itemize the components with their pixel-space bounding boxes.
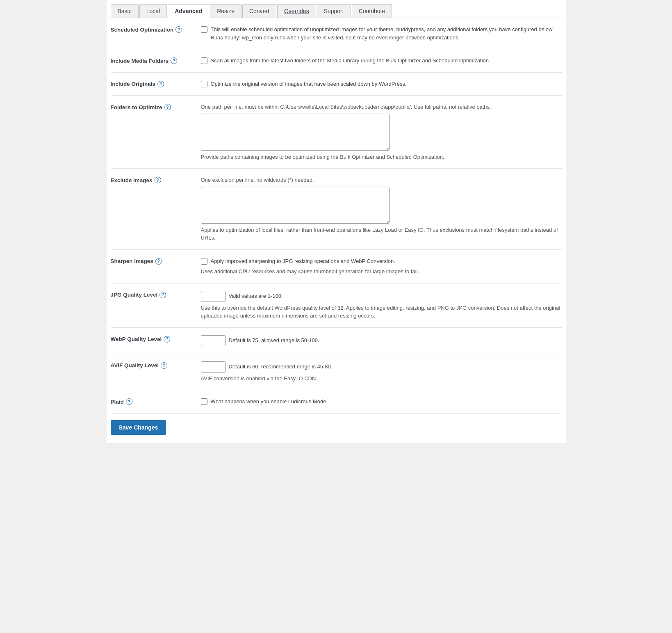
label-include-media-folders: Include Media Folders ? <box>111 57 201 64</box>
sub-desc-sharpen-images: Uses additional CPU resources and may ca… <box>201 267 562 276</box>
textarea-folders-to-optimize[interactable] <box>201 114 390 151</box>
content-include-media-folders: Scan all images from the latest two fold… <box>201 57 562 65</box>
content-jpg-quality-level: Valid values are 1-100. Use this to over… <box>201 291 562 320</box>
save-button[interactable]: Save Changes <box>111 420 166 435</box>
content-avif-quality-level: Default is 60, recommended range is 45-8… <box>201 361 562 383</box>
row-include-media-folders: Include Media Folders ? Scan all images … <box>111 49 562 73</box>
hint-jpg-quality-level: Valid values are 1-100. <box>229 292 283 300</box>
desc-sharpen-images: Apply improved sharpening to JPG resizin… <box>211 257 395 265</box>
row-include-originals: Include Originals ? Optimize the origina… <box>111 73 562 96</box>
content-plaid: What happens when you enable Ludicrous M… <box>201 398 562 406</box>
checkbox-wrap-plaid: What happens when you enable Ludicrous M… <box>201 398 562 406</box>
label-sharpen-images: Sharpen Images ? <box>111 257 201 265</box>
checkbox-plaid[interactable] <box>201 398 207 405</box>
desc-jpg-quality-level: Use this to override the default WordPre… <box>201 304 562 320</box>
label-plaid: Plaid ? <box>111 398 201 405</box>
input-webp-quality-level[interactable] <box>201 335 226 346</box>
checkbox-sharpen-images[interactable] <box>201 258 207 265</box>
hint-avif-quality-level: Default is 60, recommended range is 45-8… <box>229 363 333 371</box>
desc-scheduled-optimization: This will enable scheduled optimization … <box>211 25 562 41</box>
row-sharpen-images: Sharpen Images ? Apply improved sharpeni… <box>111 250 562 283</box>
checkbox-include-media-folders[interactable] <box>201 57 207 64</box>
row-folders-to-optimize: Folders to Optimize ? One path per line,… <box>111 96 562 169</box>
help-icon-include-media-folders[interactable]: ? <box>171 57 177 64</box>
footer-exclude-images: Applies to optimization of local files, … <box>201 226 562 242</box>
content-folders-to-optimize: One path per line, must be within C:\Use… <box>201 103 562 161</box>
desc-plaid: What happens when you enable Ludicrous M… <box>211 398 328 406</box>
row-jpg-quality-level: JPG Quality Level ? Valid values are 1-1… <box>111 283 562 328</box>
label-include-originals: Include Originals ? <box>111 80 201 87</box>
help-icon-webp-quality-level[interactable]: ? <box>164 336 170 343</box>
tab-contribute[interactable]: Contribute <box>352 4 392 18</box>
tab-resize[interactable]: Resize <box>210 4 241 18</box>
row-webp-quality-level: WebP Quality Level ? Default is 75, allo… <box>111 328 562 354</box>
avif-quality-inline: Default is 60, recommended range is 45-8… <box>201 361 562 372</box>
row-avif-quality-level: AVIF Quality Level ? Default is 60, reco… <box>111 354 562 391</box>
input-jpg-quality-level[interactable] <box>201 291 226 302</box>
content-include-originals: Optimize the original version of images … <box>201 80 562 88</box>
checkbox-wrap-include-originals: Optimize the original version of images … <box>201 80 562 88</box>
label-webp-quality-level: WebP Quality Level ? <box>111 335 201 343</box>
content-exclude-images: One exclusion per line, no wildcards (*)… <box>201 176 562 242</box>
desc-include-originals: Optimize the original version of images … <box>211 80 407 88</box>
tab-overrides[interactable]: Overrides <box>277 4 316 18</box>
footer-avif-quality-level: AVIF conversion is enabled via the Easy … <box>201 375 562 383</box>
checkbox-wrap-scheduled-optimization: This will enable scheduled optimization … <box>201 25 562 41</box>
hint-exclude-images: One exclusion per line, no wildcards (*)… <box>201 176 562 184</box>
content-sharpen-images: Apply improved sharpening to JPG resizin… <box>201 257 562 276</box>
row-scheduled-optimization: Scheduled Optimization ? This will enabl… <box>111 18 562 49</box>
label-exclude-images: Exclude Images ? <box>111 176 201 183</box>
footer-folders-to-optimize: Provide paths containing images to be op… <box>201 153 562 161</box>
settings-content: Scheduled Optimization ? This will enabl… <box>107 18 566 443</box>
checkbox-wrap-sharpen-images: Apply improved sharpening to JPG resizin… <box>201 257 562 265</box>
help-icon-folders-to-optimize[interactable]: ? <box>164 104 171 110</box>
hint-folders-to-optimize: One path per line, must be within C:\Use… <box>201 103 562 111</box>
row-plaid: Plaid ? What happens when you enable Lud… <box>111 390 562 414</box>
row-exclude-images: Exclude Images ? One exclusion per line,… <box>111 169 562 250</box>
save-button-wrap: Save Changes <box>111 414 562 435</box>
checkbox-include-originals[interactable] <box>201 81 207 87</box>
input-avif-quality-level[interactable] <box>201 361 226 372</box>
help-icon-exclude-images[interactable]: ? <box>155 177 161 183</box>
checkbox-scheduled-optimization[interactable] <box>201 26 207 33</box>
label-scheduled-optimization: Scheduled Optimization ? <box>111 25 201 33</box>
content-scheduled-optimization: This will enable scheduled optimization … <box>201 25 562 41</box>
tab-support[interactable]: Support <box>317 4 351 18</box>
help-icon-include-originals[interactable]: ? <box>157 81 164 87</box>
tab-local[interactable]: Local <box>139 4 167 18</box>
label-avif-quality-level: AVIF Quality Level ? <box>111 361 201 369</box>
tab-basic[interactable]: Basic <box>111 4 139 18</box>
help-icon-avif-quality-level[interactable]: ? <box>161 362 167 369</box>
help-icon-scheduled-optimization[interactable]: ? <box>175 26 182 33</box>
desc-include-media-folders: Scan all images from the latest two fold… <box>211 57 490 65</box>
textarea-exclude-images[interactable] <box>201 187 390 224</box>
content-webp-quality-level: Default is 75, allowed range is 50-100. <box>201 335 562 346</box>
hint-webp-quality-level: Default is 75, allowed range is 50-100. <box>229 336 319 345</box>
webp-quality-inline: Default is 75, allowed range is 50-100. <box>201 335 562 346</box>
help-icon-plaid[interactable]: ? <box>126 398 132 405</box>
jpg-quality-inline: Valid values are 1-100. <box>201 291 562 302</box>
tab-advanced[interactable]: Advanced <box>168 4 209 18</box>
checkbox-wrap-include-media-folders: Scan all images from the latest two fold… <box>201 57 562 65</box>
tab-convert[interactable]: Convert <box>242 4 276 18</box>
label-folders-to-optimize: Folders to Optimize ? <box>111 103 201 110</box>
help-icon-sharpen-images[interactable]: ? <box>155 258 162 265</box>
tabs-nav: Basic Local Advanced Resize Convert Over… <box>107 0 566 18</box>
label-jpg-quality-level: JPG Quality Level ? <box>111 291 201 298</box>
help-icon-jpg-quality-level[interactable]: ? <box>159 292 166 298</box>
